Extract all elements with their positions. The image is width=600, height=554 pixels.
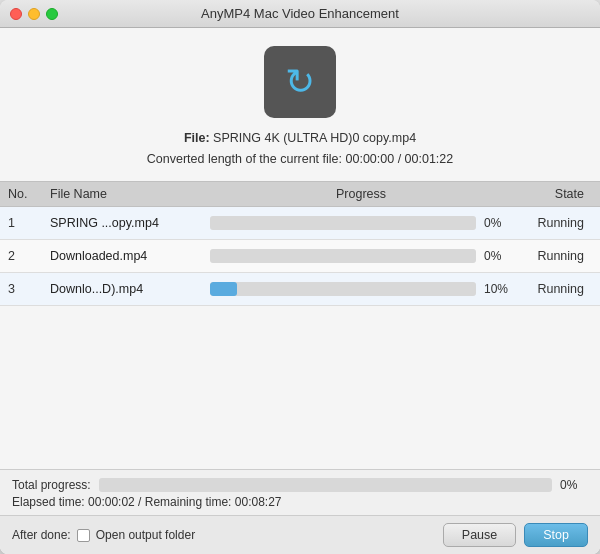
cell-filename: Downlo...D).mp4 — [42, 272, 202, 305]
table-row: 3Downlo...D).mp410%Running — [0, 272, 600, 305]
footer-bottom: After done: Open output folder Pause Sto… — [0, 515, 600, 554]
cell-filename: Downloaded.mp4 — [42, 239, 202, 272]
cell-state: Running — [520, 272, 600, 305]
table-header-row: No. File Name Progress State — [0, 181, 600, 206]
table-row: 2Downloaded.mp40%Running — [0, 239, 600, 272]
file-info: File: SPRING 4K (ULTRA HD)0 copy.mp4 Con… — [0, 128, 600, 171]
progress-pct-label: 0% — [484, 249, 512, 263]
window-title: AnyMP4 Mac Video Enhancement — [201, 6, 399, 21]
progress-bar-bg — [210, 216, 476, 230]
stop-button[interactable]: Stop — [524, 523, 588, 547]
open-folder-label: Open output folder — [96, 528, 195, 542]
minimize-button[interactable] — [28, 8, 40, 20]
cell-state: Running — [520, 239, 600, 272]
cell-progress: 0% — [202, 206, 520, 239]
conversion-icon-box: ↻ — [264, 46, 336, 118]
progress-pct-label: 10% — [484, 282, 512, 296]
cell-no: 2 — [0, 239, 42, 272]
cell-progress: 0% — [202, 239, 520, 272]
converted-label: Converted length of the current file: — [147, 152, 346, 166]
table-row: 1SPRING ...opy.mp40%Running — [0, 206, 600, 239]
file-name-line: File: SPRING 4K (ULTRA HD)0 copy.mp4 — [0, 128, 600, 149]
cell-filename: SPRING ...opy.mp4 — [42, 206, 202, 239]
open-folder-checkbox[interactable] — [77, 529, 90, 542]
after-done-label: After done: — [12, 528, 71, 542]
files-table-area: No. File Name Progress State 1SPRING ...… — [0, 181, 600, 470]
total-progress-bar-bg — [99, 478, 552, 492]
files-table: No. File Name Progress State 1SPRING ...… — [0, 181, 600, 306]
col-header-progress: Progress — [202, 181, 520, 206]
footer-top: Total progress: 0% Elapsed time: 00:00:0… — [0, 469, 600, 515]
col-header-no: No. — [0, 181, 42, 206]
cell-no: 1 — [0, 206, 42, 239]
progress-bar-bg — [210, 282, 476, 296]
close-button[interactable] — [10, 8, 22, 20]
cell-state: Running — [520, 206, 600, 239]
converted-value: 00:00:00 / 00:01:22 — [346, 152, 454, 166]
icon-area: ↻ — [0, 28, 600, 128]
elapsed-row: Elapsed time: 00:00:02 / Remaining time:… — [12, 495, 588, 509]
col-header-state: State — [520, 181, 600, 206]
window-controls — [10, 8, 58, 20]
file-name-value: SPRING 4K (ULTRA HD)0 copy.mp4 — [213, 131, 416, 145]
footer-buttons: Pause Stop — [443, 523, 588, 547]
refresh-icon: ↻ — [285, 61, 315, 103]
progress-bar-bg — [210, 249, 476, 263]
col-header-filename: File Name — [42, 181, 202, 206]
maximize-button[interactable] — [46, 8, 58, 20]
total-label: Total progress: — [12, 478, 91, 492]
progress-bar-fill — [210, 282, 237, 296]
main-content: ↻ File: SPRING 4K (ULTRA HD)0 copy.mp4 C… — [0, 28, 600, 554]
titlebar: AnyMP4 Mac Video Enhancement — [0, 0, 600, 28]
total-progress-row: Total progress: 0% — [12, 478, 588, 492]
file-label: File: — [184, 131, 213, 145]
after-done-section: After done: Open output folder — [12, 528, 195, 542]
pause-button[interactable]: Pause — [443, 523, 516, 547]
cell-no: 3 — [0, 272, 42, 305]
converted-length-line: Converted length of the current file: 00… — [0, 149, 600, 170]
total-pct: 0% — [560, 478, 588, 492]
progress-pct-label: 0% — [484, 216, 512, 230]
cell-progress: 10% — [202, 272, 520, 305]
